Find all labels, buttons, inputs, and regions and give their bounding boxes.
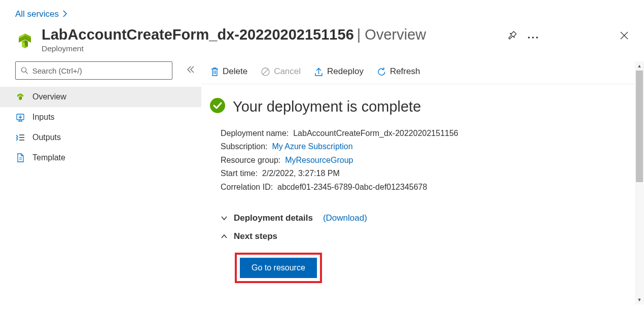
go-to-resource-highlight: Go to resource	[235, 253, 322, 283]
go-to-resource-button[interactable]: Go to resource	[240, 258, 317, 278]
sidebar-item-label: Inputs	[32, 113, 55, 122]
outputs-icon	[15, 133, 25, 142]
chevron-up-icon	[221, 231, 228, 241]
chevron-right-icon	[63, 10, 67, 19]
title-suffix: | Overview	[357, 26, 426, 43]
correlation-id-value: abcdef01-2345-6789-0abc-def012345678	[277, 181, 427, 194]
correlation-id-label: Correlation ID:	[221, 181, 277, 194]
main-content: Delete Cancel Redeploy Refresh Your depl…	[201, 61, 644, 304]
collapse-sidebar-icon[interactable]	[187, 66, 195, 75]
breadcrumb: All services	[0, 0, 644, 26]
deployment-name-label: Deployment name:	[221, 127, 293, 140]
deployment-status-title: Your deployment is complete	[233, 98, 421, 115]
scrollbar[interactable]: ▲ ▼	[635, 61, 644, 304]
sidebar-item-outputs[interactable]: Outputs	[0, 127, 201, 148]
search-input[interactable]	[15, 61, 172, 80]
start-time-label: Start time:	[221, 167, 262, 180]
deployment-name-value: LabAccountCreateForm_dx-20220202151156	[293, 127, 458, 140]
svg-point-8	[536, 37, 538, 39]
toolbar: Delete Cancel Redeploy Refresh	[201, 61, 640, 84]
resource-group-link[interactable]: MyResourceGroup	[285, 154, 353, 167]
scrollbar-thumb[interactable]	[636, 71, 643, 182]
close-icon[interactable]	[620, 31, 629, 42]
template-icon	[15, 153, 25, 162]
redeploy-label: Redeploy	[327, 66, 364, 77]
delete-icon	[210, 67, 219, 77]
more-icon[interactable]	[527, 32, 539, 41]
sidebar-item-template[interactable]: Template	[0, 148, 201, 168]
overview-icon	[15, 92, 25, 101]
success-check-icon	[209, 97, 226, 116]
delete-button[interactable]: Delete	[210, 66, 247, 77]
redeploy-button[interactable]: Redeploy	[314, 66, 364, 77]
svg-point-7	[532, 37, 534, 39]
deployment-details-toggle[interactable]: Deployment details (Download)	[209, 209, 632, 227]
next-steps-label: Next steps	[234, 231, 277, 241]
svg-point-25	[210, 98, 225, 113]
download-link[interactable]: (Download)	[323, 213, 367, 223]
deployment-details-label: Deployment details	[234, 213, 313, 223]
cancel-icon	[261, 67, 270, 77]
svg-line-24	[263, 69, 268, 75]
sidebar-item-label: Template	[32, 153, 65, 162]
cancel-label: Cancel	[274, 66, 301, 77]
delete-label: Delete	[223, 66, 247, 77]
subscription-label: Subscription:	[221, 140, 272, 153]
start-time-value: 2/2/2022, 3:27:18 PM	[262, 167, 340, 180]
scrollbar-down-icon[interactable]: ▼	[635, 295, 644, 304]
svg-point-6	[528, 37, 530, 39]
subscription-link[interactable]: My Azure Subscription	[272, 140, 352, 153]
cancel-button: Cancel	[261, 66, 301, 77]
sidebar-item-overview[interactable]: Overview	[0, 87, 201, 107]
page-subtitle: Deployment	[42, 44, 500, 53]
deployment-resource-icon	[15, 31, 34, 53]
chevron-down-icon	[221, 213, 228, 223]
scrollbar-up-icon[interactable]: ▲	[635, 61, 644, 71]
sidebar: Overview Inputs Outputs Template	[0, 61, 201, 304]
pin-icon[interactable]	[508, 30, 517, 42]
svg-line-10	[26, 72, 28, 74]
title-main: LabAccountCreateForm_dx-20220202151156	[42, 26, 354, 43]
page-header: LabAccountCreateForm_dx-20220202151156 |…	[0, 26, 644, 61]
refresh-icon	[377, 67, 386, 77]
refresh-button[interactable]: Refresh	[377, 66, 420, 77]
sidebar-item-label: Outputs	[32, 133, 61, 142]
next-steps-toggle[interactable]: Next steps	[209, 227, 632, 246]
redeploy-icon	[314, 67, 324, 77]
search-icon	[21, 66, 28, 75]
breadcrumb-root[interactable]: All services	[15, 9, 59, 19]
page-title: LabAccountCreateForm_dx-20220202151156 |…	[42, 26, 500, 43]
refresh-label: Refresh	[390, 66, 420, 77]
inputs-icon	[15, 113, 25, 122]
sidebar-item-inputs[interactable]: Inputs	[0, 107, 201, 127]
search-field[interactable]	[32, 66, 167, 75]
resource-group-label: Resource group:	[221, 154, 285, 167]
sidebar-item-label: Overview	[32, 92, 66, 101]
svg-point-9	[21, 67, 26, 72]
deployment-details-block: Deployment name: LabAccountCreateForm_dx…	[209, 127, 632, 194]
